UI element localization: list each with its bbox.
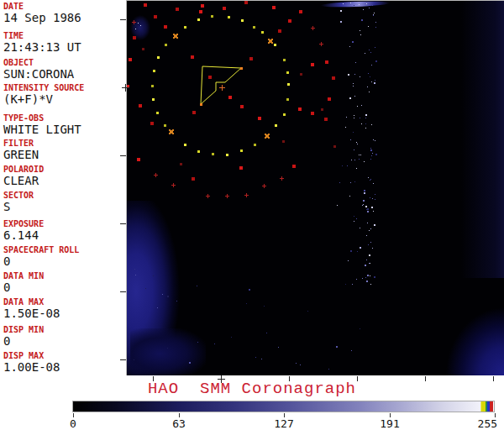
- noise-speckle-faint: [328, 369, 329, 370]
- dim-red-dot: [142, 48, 144, 50]
- noise-speckle: [370, 275, 370, 276]
- noise-speckle: [370, 197, 370, 198]
- noise-speckle: [361, 19, 363, 21]
- dim-red-dot: [321, 108, 323, 111]
- noise-speckle: [354, 160, 355, 160]
- metadata-entry-filter: FILTERGREEN: [3, 139, 39, 161]
- noise-speckle: [370, 52, 371, 53]
- noise-speckle-faint: [134, 269, 135, 270]
- noise-speckle: [353, 132, 354, 133]
- noise-speckle: [352, 284, 353, 285]
- red-marker-dot: [129, 58, 132, 61]
- yellow-ring-dot: [253, 26, 255, 29]
- coronagraph-image-canvas[interactable]: [127, 1, 504, 375]
- noise-speckle-faint: [197, 342, 198, 343]
- orange-x-mark: [265, 134, 270, 139]
- red-plus-mark: [262, 184, 266, 188]
- noise-speckle: [354, 5, 354, 6]
- sun-center-axis-mark-left: [122, 84, 129, 92]
- noise-speckle-faint: [214, 343, 215, 344]
- axis-tick-left: [120, 155, 126, 156]
- white-speck: [350, 3, 351, 3]
- noise-speckle: [350, 182, 351, 183]
- red-marker-dot: [244, 1, 248, 4]
- noise-speckle: [372, 248, 373, 249]
- yellow-ring-dot: [226, 154, 228, 156]
- noise-speckle: [353, 83, 354, 84]
- yellow-ring-dot: [152, 98, 155, 101]
- noise-speckle: [370, 76, 370, 77]
- noise-speckle: [363, 9, 364, 10]
- noise-speckle: [360, 155, 361, 155]
- noise-speckle: [375, 60, 377, 62]
- metadata-entry-polaroid: POLAROIDCLEAR: [3, 165, 44, 187]
- red-plus-mark: [132, 20, 136, 24]
- noise-speckle: [370, 284, 371, 285]
- noise-speckle-faint: [135, 275, 136, 275]
- red-plus-mark: [206, 194, 210, 198]
- dim-red-dot: [282, 140, 285, 143]
- metadata-value: GREEN: [3, 149, 39, 161]
- noise-speckle: [371, 81, 372, 82]
- noise-speckle: [374, 224, 375, 226]
- noise-speckle: [367, 223, 368, 223]
- red-marker-dot: [139, 104, 142, 108]
- noise-speckle: [375, 80, 375, 81]
- noise-speckle: [355, 62, 356, 63]
- noise-speckle: [370, 228, 371, 229]
- yellow-ring-dot: [286, 71, 289, 74]
- noise-speckle: [342, 165, 343, 166]
- noise-speckle: [367, 208, 369, 210]
- yellow-ring-dot: [184, 26, 186, 29]
- yellow-ring-dot: [254, 144, 256, 146]
- orange-x-mark: [169, 129, 174, 134]
- axis-tick-bottom: [357, 376, 358, 381]
- noise-speckle: [360, 34, 361, 35]
- noise-speckle: [368, 244, 369, 245]
- noise-speckle: [337, 205, 338, 206]
- colorbar-tick-label: 255: [478, 417, 497, 430]
- red-marker-dot: [288, 19, 291, 23]
- noise-speckle: [369, 50, 370, 50]
- metadata-value: 1.50E-08: [3, 307, 60, 320]
- noise-speckle-faint: [153, 275, 154, 276]
- axis-tick-left: [120, 291, 126, 292]
- noise-speckle-faint: [145, 288, 146, 289]
- red-marker-dot: [223, 7, 226, 10]
- red-plus-mark: [244, 193, 249, 197]
- dim-red-dot: [180, 163, 182, 165]
- metadata-entry-data-min: DATA MIN0: [3, 271, 44, 294]
- noise-speckle: [373, 211, 374, 212]
- noise-speckle: [374, 13, 375, 13]
- noise-speckle-faint: [351, 350, 352, 351]
- noise-speckle: [356, 142, 357, 143]
- red-marker-dot: [278, 29, 281, 33]
- noise-speckle: [370, 159, 371, 160]
- red-plus-mark: [154, 173, 158, 177]
- noise-speckle: [375, 27, 376, 28]
- noise-speckle: [357, 251, 358, 252]
- noise-speckle: [359, 159, 360, 160]
- noise-speckle: [367, 87, 368, 87]
- noise-speckle: [347, 165, 348, 166]
- noise-speckle: [354, 149, 354, 150]
- yellow-ring-dot: [228, 16, 230, 18]
- red-marker-dot: [199, 10, 202, 13]
- noise-speckle-faint: [266, 333, 267, 333]
- noise-speckle-faint: [264, 306, 265, 307]
- noise-speckle-faint: [336, 346, 338, 348]
- noise-speckle: [374, 276, 375, 278]
- noise-speckle: [346, 117, 347, 118]
- noise-speckle: [351, 160, 352, 160]
- red-plus-mark: [280, 176, 284, 181]
- red-marker-dot: [249, 57, 253, 60]
- white-speck: [135, 29, 136, 29]
- noise-speckle: [372, 5, 373, 6]
- white-speck: [366, 3, 367, 4]
- red-marker-dot: [208, 76, 212, 79]
- noise-speckle: [364, 190, 365, 191]
- noise-speckle-faint: [307, 311, 308, 312]
- axis-tick-bottom: [425, 376, 426, 381]
- colorbar-tick-label: 127: [274, 417, 293, 430]
- red-plus-mark: [225, 194, 229, 198]
